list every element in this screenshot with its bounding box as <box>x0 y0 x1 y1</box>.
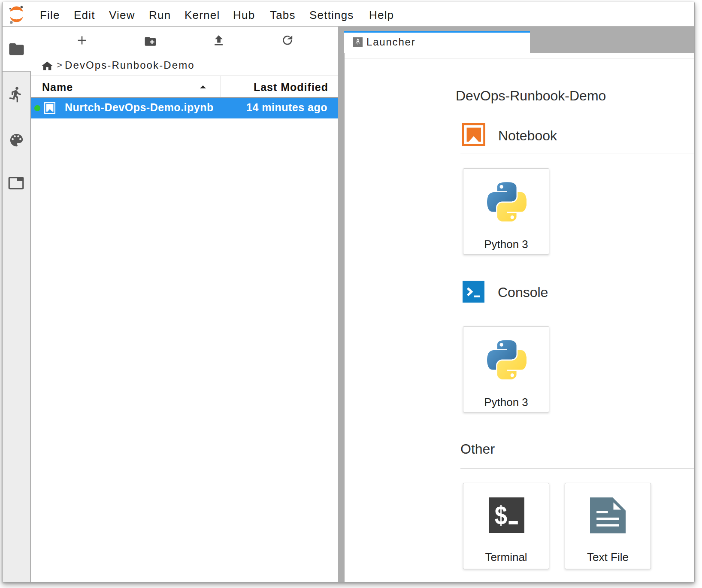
svg-text:$: $ <box>495 500 507 530</box>
